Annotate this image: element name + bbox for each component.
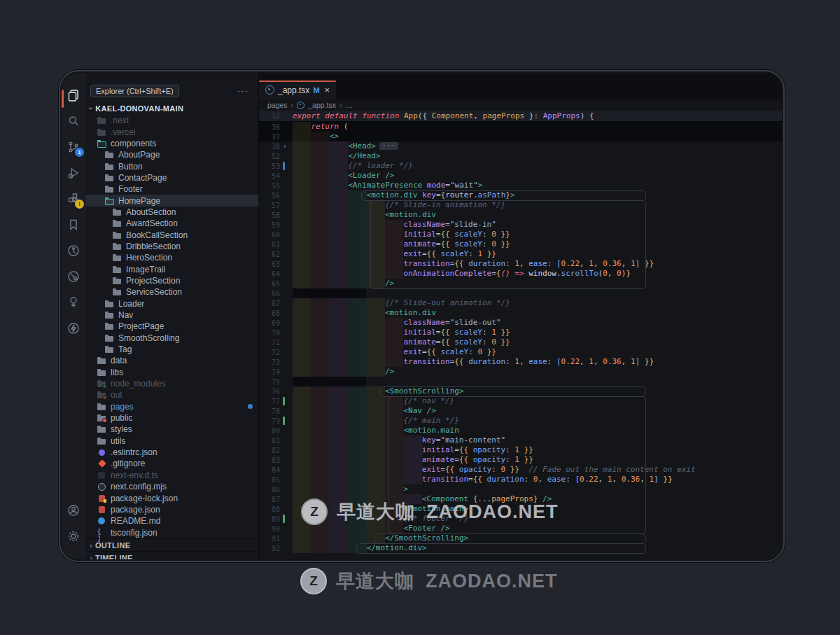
thunder-client-icon[interactable] bbox=[65, 320, 82, 337]
run-debug-icon[interactable] bbox=[65, 165, 82, 181]
code-line[interactable]: 76<SmoothScrolling> bbox=[259, 386, 782, 396]
code-line[interactable]: 66 bbox=[259, 288, 782, 298]
code-line[interactable]: 57{/* Slide-in animation */} bbox=[259, 200, 782, 210]
code-line[interactable]: 52</Head> bbox=[259, 151, 782, 161]
line-number[interactable]: 66 bbox=[259, 290, 280, 298]
tree-item-out[interactable]: out bbox=[85, 389, 258, 400]
line-number[interactable]: 85 bbox=[259, 476, 280, 484]
breadcrumb-item-folder[interactable]: pages bbox=[267, 101, 288, 109]
code-line[interactable]: 85transition={{ duration: 0, ease: [0.22… bbox=[259, 475, 782, 484]
line-number[interactable]: 78 bbox=[259, 407, 280, 415]
line-number[interactable]: 36 bbox=[259, 123, 280, 131]
search-icon[interactable] bbox=[65, 113, 82, 130]
tree-item-package-json[interactable]: package.json bbox=[85, 504, 258, 515]
tree-item-homepage[interactable]: HomePage bbox=[85, 195, 258, 206]
breadcrumb-item-symbol[interactable]: … bbox=[346, 101, 354, 109]
settings-gear-icon[interactable] bbox=[65, 528, 82, 545]
line-number[interactable]: 71 bbox=[259, 339, 280, 347]
todo-tree-icon[interactable] bbox=[65, 294, 82, 311]
line-number[interactable]: 91 bbox=[259, 535, 280, 543]
tree-item-pages[interactable]: pages bbox=[85, 401, 258, 412]
line-number[interactable]: 79 bbox=[259, 417, 280, 425]
code-line[interactable]: 61animate={{ scaleY: 0 }} bbox=[259, 239, 782, 249]
tree-item-smoothscrolling[interactable]: SmoothScrolling bbox=[85, 333, 258, 344]
tree-item-servicesection[interactable]: ServiceSection bbox=[85, 286, 258, 298]
line-number[interactable]: 76 bbox=[259, 388, 280, 396]
line-number[interactable]: 53 bbox=[259, 162, 280, 170]
close-icon[interactable]: × bbox=[325, 85, 330, 95]
tree-item-footer[interactable]: Footer bbox=[85, 183, 258, 195]
tree-item-package-lock-json[interactable]: package-lock.json bbox=[85, 492, 258, 503]
code-line[interactable]: 90<Footer /> bbox=[259, 524, 782, 533]
code-line[interactable]: 80<motion.main bbox=[259, 426, 782, 435]
fold-chevron-icon[interactable]: › bbox=[283, 141, 287, 151]
timeline-panel-header[interactable]: › TIMELINE bbox=[85, 551, 258, 559]
line-number[interactable]: 37 bbox=[259, 133, 280, 141]
code-line[interactable]: 84exit={{ opacity: 0 }} // Fade out the … bbox=[259, 465, 782, 475]
line-number[interactable]: 54 bbox=[259, 172, 280, 180]
tree-item-imagetrail[interactable]: ImageTrail bbox=[85, 263, 258, 274]
line-number[interactable]: 73 bbox=[259, 358, 280, 366]
tree-item-next-config-mjs[interactable]: next.config.mjs bbox=[85, 481, 258, 492]
code-line[interactable]: 74/> bbox=[259, 367, 782, 377]
line-number[interactable]: 72 bbox=[259, 349, 280, 356]
code-line[interactable]: 55<AnimatePresence mode="wait"> bbox=[259, 181, 782, 190]
line-number[interactable]: 87 bbox=[259, 496, 280, 503]
sticky-scroll-line[interactable]: 12export default function App({ Componen… bbox=[259, 111, 782, 122]
line-number[interactable]: 69 bbox=[259, 319, 280, 327]
code-line[interactable]: 79{/* main */} bbox=[259, 416, 782, 426]
code-line[interactable]: 53{/* loader */} bbox=[259, 161, 782, 171]
line-number[interactable]: 52 bbox=[259, 153, 280, 160]
line-number[interactable]: 84 bbox=[259, 466, 280, 474]
code-line[interactable]: 78<Nav /> bbox=[259, 406, 782, 416]
line-number[interactable]: 64 bbox=[259, 270, 280, 278]
tree-item--vercel[interactable]: .vercel bbox=[85, 126, 258, 137]
tree-item-aboutsection[interactable]: AboutSection bbox=[85, 207, 258, 218]
code-line[interactable]: 69className="slide-out" bbox=[259, 318, 782, 328]
line-number[interactable]: 59 bbox=[259, 221, 280, 229]
code-line[interactable]: 75 bbox=[259, 377, 782, 386]
git-graph-icon[interactable] bbox=[65, 242, 82, 259]
line-number[interactable]: 92 bbox=[259, 545, 280, 552]
line-number[interactable]: 60 bbox=[259, 231, 280, 239]
code-line[interactable]: 77{/* nav */} bbox=[259, 396, 782, 406]
tree-item-libs[interactable]: libs bbox=[85, 367, 258, 378]
tab-app-tsx[interactable]: _app.tsx M × bbox=[259, 81, 336, 99]
circle-gear-icon[interactable] bbox=[65, 268, 82, 285]
tree-item-tag[interactable]: Tag bbox=[85, 344, 258, 355]
tree-item--next[interactable]: .next bbox=[85, 115, 258, 126]
code-line[interactable]: 83animate={{ opacity: 1 }} bbox=[259, 455, 782, 465]
outline-panel-header[interactable]: › OUTLINE bbox=[85, 538, 258, 551]
code-line[interactable]: 54<Loader /> bbox=[259, 171, 782, 181]
code-line[interactable]: 58<motion.div bbox=[259, 210, 782, 220]
code-line[interactable]: 36return ( bbox=[259, 122, 782, 132]
line-number[interactable]: 77 bbox=[259, 398, 280, 405]
line-number[interactable]: 86 bbox=[259, 486, 280, 494]
source-control-icon[interactable]: 1 bbox=[65, 139, 82, 155]
tree-item-components[interactable]: components bbox=[85, 138, 258, 149]
code-line[interactable]: 62exit={{ scaleY: 1 }} bbox=[259, 249, 782, 259]
tree-item-next-env-d-ts[interactable]: next-env.d.ts bbox=[85, 470, 258, 481]
tree-item-data[interactable]: data bbox=[85, 355, 258, 366]
tree-item-node-modules[interactable]: node_modules bbox=[85, 378, 258, 389]
line-number[interactable]: 75 bbox=[259, 378, 280, 386]
line-number[interactable]: 55 bbox=[259, 182, 280, 190]
bookmarks-icon[interactable] bbox=[65, 216, 82, 233]
line-number[interactable]: 38 bbox=[259, 143, 280, 151]
line-number[interactable]: 82 bbox=[259, 447, 280, 454]
workspace-root[interactable]: › KAEL-DONOVAN-MAIN bbox=[90, 102, 258, 114]
tree-item-aboutpage[interactable]: AboutPage bbox=[85, 149, 258, 160]
code-line[interactable]: 70initial={{ scaleY: 1 }} bbox=[259, 328, 782, 337]
tree-item-loader[interactable]: Loader bbox=[85, 298, 258, 309]
code-editor[interactable]: 36return (37<>38›<Head>···52</Head>53{/*… bbox=[259, 122, 782, 559]
tree-item-button[interactable]: Button bbox=[85, 160, 258, 172]
code-line[interactable]: 82initial={{ opacity: 1 }} bbox=[259, 445, 782, 455]
line-number[interactable]: 80 bbox=[259, 427, 280, 435]
code-line[interactable]: 56<motion.div key={router.asPath}> bbox=[259, 190, 782, 200]
code-line[interactable]: 65/> bbox=[259, 279, 782, 288]
tree-item-tsconfig-json[interactable]: tsconfig.json bbox=[85, 526, 258, 538]
line-number[interactable]: 65 bbox=[259, 280, 280, 288]
tree-item-nav[interactable]: Nav bbox=[85, 309, 258, 321]
tree-item--gitignore[interactable]: .gitignore bbox=[85, 458, 258, 469]
code-line[interactable]: 60initial={{ scaleY: 0 }} bbox=[259, 230, 782, 239]
